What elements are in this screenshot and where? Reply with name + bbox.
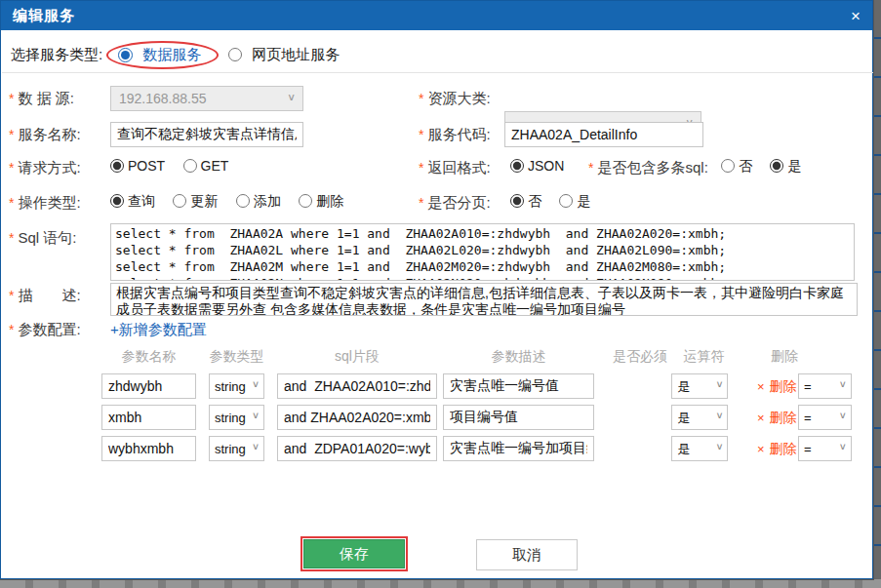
description-textarea[interactable]: 根据灾害点编号和项目类型查询不稳定斜坡灾害点的详细信息,包括详细信息表、子表以及… [110, 283, 858, 316]
col-header-sql-fragment: sql片段 [277, 348, 437, 366]
return-format-json-label[interactable]: JSON [528, 158, 564, 174]
param-type-select[interactable]: string [209, 405, 264, 430]
col-header-operator: 运算符 [677, 348, 731, 366]
param-type-select[interactable]: string [209, 373, 264, 399]
service-code-label: *服务代码: [419, 126, 491, 144]
required-asterisk: * [9, 91, 14, 106]
required-select[interactable]: 是 [671, 436, 728, 461]
delete-row-button[interactable]: ×删除 [757, 410, 797, 427]
delete-row-button[interactable]: ×删除 [757, 378, 797, 396]
required-asterisk: * [9, 322, 14, 337]
service-type-radio-data[interactable] [118, 48, 133, 62]
service-code-input[interactable] [504, 122, 703, 147]
save-button[interactable]: 保存 [303, 539, 405, 568]
required-asterisk: * [9, 160, 14, 176]
background-page-right-edge [872, 0, 881, 588]
required-asterisk: * [9, 288, 14, 303]
param-config-label: *参数配置: [9, 321, 81, 339]
param-name-input[interactable] [101, 373, 196, 399]
operation-type-delete-label[interactable]: 删除 [316, 193, 343, 209]
multi-sql-radio-no[interactable] [721, 159, 735, 173]
operation-type-radio-add[interactable] [236, 194, 250, 208]
required-asterisk: * [419, 91, 423, 106]
required-select-control[interactable]: 是 [671, 373, 728, 399]
required-asterisk: * [9, 195, 14, 211]
service-type-option-data-label[interactable]: 数据服务 [142, 46, 201, 64]
return-format-label: *返回格式: [419, 159, 491, 177]
pagination-radio-yes[interactable] [559, 194, 573, 208]
pagination-radio-no[interactable] [510, 194, 524, 208]
col-header-param-desc: 参数描述 [443, 348, 594, 366]
multi-sql-yes-label[interactable]: 是 [787, 158, 801, 174]
required-asterisk: * [419, 195, 423, 211]
operation-type-update-label[interactable]: 更新 [190, 193, 218, 209]
operation-type-query-label[interactable]: 查询 [128, 193, 155, 209]
col-header-param-name: 参数名称 [101, 348, 196, 366]
col-header-required: 是否必须 [612, 348, 668, 366]
multi-sql-radio-yes[interactable] [770, 159, 783, 173]
sql-fragment-input[interactable] [277, 405, 437, 430]
datasource-value: 192.168.88.55 [119, 91, 207, 106]
resource-category-label: *资源大类: [419, 90, 491, 108]
col-header-delete: 删除 [755, 348, 814, 366]
request-method-radio-get[interactable] [183, 159, 197, 173]
sql-label: *Sql 语句: [9, 229, 76, 248]
operator-select-control[interactable]: = [798, 373, 852, 399]
multi-sql-label: *是否包含多条sql: [588, 159, 708, 177]
param-name-input[interactable] [101, 436, 196, 461]
return-format-radio-json[interactable] [510, 159, 524, 173]
sql-fragment-input[interactable] [277, 436, 437, 461]
delete-row-button[interactable]: ×删除 [757, 441, 797, 458]
operation-type-radio-update[interactable] [173, 194, 186, 208]
multi-sql-group: 否 是 [721, 157, 815, 176]
close-icon[interactable]: × [851, 8, 861, 24]
request-method-get-label[interactable]: GET [201, 158, 229, 174]
required-select[interactable]: 是 [671, 405, 728, 430]
operator-select-control[interactable]: = [798, 405, 852, 430]
service-type-option-web-label: 网页地址服务 [252, 46, 340, 64]
required-asterisk: * [419, 127, 423, 142]
pagination-group: 否 是 [510, 192, 604, 211]
param-type-select-control[interactable]: string [209, 436, 264, 461]
operation-type-add-label[interactable]: 添加 [254, 193, 281, 209]
service-type-radio-web[interactable] [228, 48, 242, 61]
add-param-link[interactable]: +新增参数配置 [110, 321, 207, 339]
operation-type-group: 查询 更新 添加 删除 [110, 192, 357, 211]
pagination-yes-label[interactable]: 是 [577, 193, 590, 209]
multi-sql-no-label[interactable]: 否 [739, 158, 752, 174]
param-type-select-control[interactable]: string [209, 405, 264, 430]
required-asterisk: * [419, 160, 423, 176]
operator-select[interactable]: = [798, 436, 852, 461]
required-select[interactable]: 是 [671, 373, 728, 399]
operator-select[interactable]: = [798, 373, 852, 399]
required-select-control[interactable]: 是 [671, 436, 728, 461]
pagination-no-label[interactable]: 否 [528, 193, 541, 209]
param-table-row: string 是 = ×删除 [1, 373, 874, 399]
param-desc-input[interactable] [443, 436, 594, 461]
sql-fragment-input[interactable] [277, 373, 437, 399]
service-type-option-web[interactable]: 网页地址服务 [228, 46, 340, 64]
request-method-radio-post[interactable] [110, 159, 124, 173]
required-asterisk: * [9, 127, 14, 142]
cancel-button[interactable]: 取消 [476, 539, 578, 570]
sql-textarea[interactable]: select * from ZHAA02A where 1=1 and ZHAA… [110, 223, 855, 281]
screen-background: 编辑服务 × 选择服务类型: 数据服务 网页地址服务 *数 据 源: 192.1… [0, 0, 881, 588]
datasource-dropdown[interactable]: 192.168.88.55 [110, 86, 303, 111]
operation-type-radio-delete[interactable] [299, 194, 312, 208]
service-name-label: *服务名称: [9, 126, 81, 144]
service-name-input[interactable] [110, 122, 303, 147]
operator-select-control[interactable]: = [798, 436, 852, 461]
delete-x-icon: × [757, 442, 765, 456]
background-page-bottom-edge [0, 579, 881, 588]
operation-type-radio-query[interactable] [110, 194, 124, 208]
param-type-select-control[interactable]: string [209, 373, 264, 399]
delete-x-icon: × [757, 379, 765, 394]
required-asterisk: * [9, 230, 14, 246]
required-select-control[interactable]: 是 [671, 405, 728, 430]
operator-select[interactable]: = [798, 405, 852, 430]
param-desc-input[interactable] [443, 405, 594, 430]
param-name-input[interactable] [101, 405, 196, 430]
param-type-select[interactable]: string [209, 436, 264, 461]
param-desc-input[interactable] [443, 373, 594, 399]
request-method-post-label[interactable]: POST [128, 158, 165, 174]
